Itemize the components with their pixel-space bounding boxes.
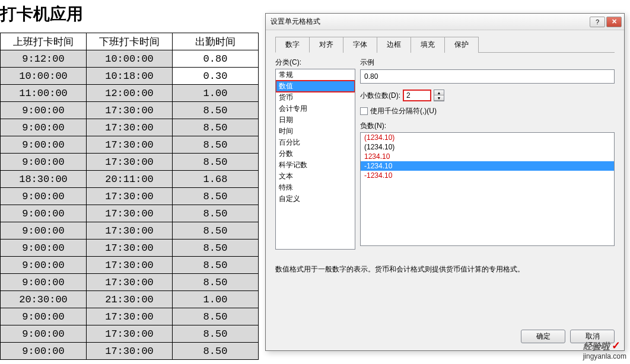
category-item[interactable]: 常规 bbox=[276, 69, 355, 81]
table-cell[interactable]: 8.50 bbox=[173, 257, 259, 274]
table-cell[interactable]: 18:30:00 bbox=[1, 171, 87, 188]
table-cell[interactable]: 17:30:00 bbox=[87, 257, 173, 274]
table-cell[interactable]: 10:00:00 bbox=[1, 68, 87, 85]
thousands-checkbox[interactable] bbox=[360, 107, 368, 115]
category-item[interactable]: 会计专用 bbox=[276, 103, 355, 114]
table-cell[interactable]: 0.80 bbox=[173, 50, 259, 68]
table-cell[interactable]: 9:00:00 bbox=[1, 274, 87, 291]
help-button[interactable]: ? bbox=[590, 17, 605, 27]
table-cell[interactable]: 17:30:00 bbox=[87, 308, 173, 325]
table-cell[interactable]: 9:00:00 bbox=[1, 325, 87, 343]
table-row[interactable]: 20:30:0021:30:001.00 bbox=[1, 291, 259, 308]
table-cell[interactable]: 9:00:00 bbox=[1, 240, 87, 257]
table-cell[interactable]: 8.50 bbox=[173, 274, 259, 291]
table-cell[interactable]: 17:30:00 bbox=[87, 102, 173, 119]
table-cell[interactable]: 8.50 bbox=[173, 205, 259, 222]
table-row[interactable]: 9:00:0017:30:008.50 bbox=[1, 154, 259, 171]
table-row[interactable]: 9:00:0017:30:008.50 bbox=[1, 274, 259, 291]
table-cell[interactable]: 1.00 bbox=[173, 291, 259, 308]
table-cell[interactable]: 8.50 bbox=[173, 343, 259, 360]
negative-list[interactable]: (1234.10)(1234.10)1234.10-1234.10-1234.1… bbox=[360, 132, 615, 246]
spinner-down-icon[interactable]: ▼ bbox=[434, 95, 444, 101]
table-cell[interactable]: 20:30:00 bbox=[1, 291, 87, 308]
table-row[interactable]: 9:00:0017:30:008.50 bbox=[1, 119, 259, 136]
spinner-up-icon[interactable]: ▲ bbox=[434, 90, 444, 95]
category-item[interactable]: 文本 bbox=[276, 171, 355, 182]
table-row[interactable]: 9:00:0017:30:008.50 bbox=[1, 257, 259, 274]
table-cell[interactable]: 9:00:00 bbox=[1, 119, 87, 136]
table-cell[interactable]: 8.50 bbox=[173, 102, 259, 119]
table-row[interactable]: 9:00:0017:30:008.50 bbox=[1, 325, 259, 343]
category-item[interactable]: 分数 bbox=[276, 148, 355, 159]
table-cell[interactable]: 9:00:00 bbox=[1, 154, 87, 171]
table-cell[interactable]: 21:30:00 bbox=[87, 291, 173, 308]
table-cell[interactable]: 17:30:00 bbox=[87, 119, 173, 136]
table-row[interactable]: 9:00:0017:30:008.50 bbox=[1, 205, 259, 222]
table-cell[interactable]: 9:00:00 bbox=[1, 222, 87, 240]
category-item[interactable]: 数值 bbox=[276, 81, 355, 92]
table-row[interactable]: 11:00:0012:00:001.00 bbox=[1, 85, 259, 102]
category-item[interactable]: 货币 bbox=[276, 92, 355, 103]
table-cell[interactable]: 9:12:00 bbox=[1, 50, 87, 68]
category-list[interactable]: 常规数值货币会计专用日期时间百分比分数科学记数文本特殊自定义 bbox=[275, 69, 355, 250]
table-row[interactable]: 9:00:0017:30:008.50 bbox=[1, 240, 259, 257]
negative-option[interactable]: (1234.10) bbox=[361, 142, 614, 152]
table-cell[interactable]: 17:30:00 bbox=[87, 188, 173, 205]
col-header[interactable]: 出勤时间 bbox=[173, 33, 259, 50]
table-cell[interactable]: 17:30:00 bbox=[87, 325, 173, 343]
table-cell[interactable]: 8.50 bbox=[173, 154, 259, 171]
table-cell[interactable]: 17:30:00 bbox=[87, 274, 173, 291]
category-item[interactable]: 日期 bbox=[276, 114, 355, 126]
table-row[interactable]: 9:12:0010:00:000.80 bbox=[1, 50, 259, 68]
table-row[interactable]: 9:00:0017:30:008.50 bbox=[1, 102, 259, 119]
table-cell[interactable]: 9:00:00 bbox=[1, 308, 87, 325]
category-item[interactable]: 百分比 bbox=[276, 137, 355, 148]
category-item[interactable]: 特殊 bbox=[276, 182, 355, 193]
table-cell[interactable]: 17:30:00 bbox=[87, 343, 173, 360]
table-cell[interactable]: 12:00:00 bbox=[87, 85, 173, 102]
ok-button[interactable]: 确定 bbox=[521, 330, 565, 343]
table-row[interactable]: 9:00:0017:30:008.50 bbox=[1, 136, 259, 154]
tab-边框[interactable]: 边框 bbox=[377, 37, 411, 53]
table-cell[interactable]: 20:11:00 bbox=[87, 171, 173, 188]
table-cell[interactable]: 17:30:00 bbox=[87, 154, 173, 171]
table-row[interactable]: 9:00:0017:30:008.50 bbox=[1, 343, 259, 360]
table-cell[interactable]: 9:00:00 bbox=[1, 136, 87, 154]
dialog-titlebar[interactable]: 设置单元格格式 ? ✕ bbox=[266, 14, 624, 30]
table-cell[interactable]: 8.50 bbox=[173, 119, 259, 136]
col-header[interactable]: 上班打卡时间 bbox=[1, 33, 87, 50]
close-button[interactable]: ✕ bbox=[606, 17, 622, 27]
negative-option[interactable]: (1234.10) bbox=[361, 133, 614, 142]
table-cell[interactable]: 9:00:00 bbox=[1, 343, 87, 360]
negative-option[interactable]: 1234.10 bbox=[361, 152, 614, 161]
table-row[interactable]: 18:30:0020:11:001.68 bbox=[1, 171, 259, 188]
table-cell[interactable]: 8.50 bbox=[173, 308, 259, 325]
table-cell[interactable]: 1.68 bbox=[173, 171, 259, 188]
category-item[interactable]: 科学记数 bbox=[276, 159, 355, 171]
table-cell[interactable]: 1.00 bbox=[173, 85, 259, 102]
category-item[interactable]: 自定义 bbox=[276, 193, 355, 205]
table-row[interactable]: 9:00:0017:30:008.50 bbox=[1, 188, 259, 205]
negative-option[interactable]: -1234.10 bbox=[361, 161, 614, 171]
category-item[interactable]: 时间 bbox=[276, 126, 355, 137]
table-row[interactable]: 9:00:0017:30:008.50 bbox=[1, 308, 259, 325]
table-cell[interactable]: 0.30 bbox=[173, 68, 259, 85]
table-cell[interactable]: 8.50 bbox=[173, 222, 259, 240]
table-row[interactable]: 9:00:0017:30:008.50 bbox=[1, 222, 259, 240]
tab-数字[interactable]: 数字 bbox=[275, 37, 310, 53]
table-cell[interactable]: 9:00:00 bbox=[1, 188, 87, 205]
table-cell[interactable]: 10:00:00 bbox=[87, 50, 173, 68]
table-cell[interactable]: 8.50 bbox=[173, 240, 259, 257]
tab-对齐[interactable]: 对齐 bbox=[309, 37, 343, 53]
decimal-places-input[interactable] bbox=[403, 90, 431, 101]
col-header[interactable]: 下班打卡时间 bbox=[87, 33, 173, 50]
table-cell[interactable]: 9:00:00 bbox=[1, 102, 87, 119]
table-cell[interactable]: 9:00:00 bbox=[1, 257, 87, 274]
table-cell[interactable]: 17:30:00 bbox=[87, 240, 173, 257]
table-cell[interactable]: 17:30:00 bbox=[87, 136, 173, 154]
table-cell[interactable]: 17:30:00 bbox=[87, 205, 173, 222]
table-cell[interactable]: 8.50 bbox=[173, 325, 259, 343]
tab-保护[interactable]: 保护 bbox=[444, 37, 479, 53]
table-cell[interactable]: 8.50 bbox=[173, 136, 259, 154]
table-row[interactable]: 10:00:0010:18:000.30 bbox=[1, 68, 259, 85]
